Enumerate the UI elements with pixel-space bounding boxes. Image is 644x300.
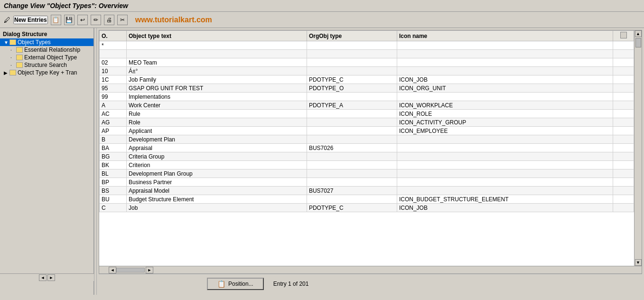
cell-icon-name: ICON_WORKPLACE bbox=[397, 101, 613, 110]
cell-b bbox=[613, 204, 634, 212]
hscroll-thumb[interactable] bbox=[116, 268, 145, 272]
table-row[interactable]: BDevelopment Plan bbox=[100, 135, 634, 144]
table-row[interactable]: CJobPDOTYPE_CICON_JOB bbox=[100, 204, 634, 212]
scroll-down-arrow[interactable]: ▼ bbox=[635, 259, 642, 266]
cell-b bbox=[613, 118, 634, 127]
col-header-icon-name: Icon name bbox=[397, 31, 613, 41]
sidebar-item-label: Essential Relationship bbox=[24, 47, 80, 53]
select-all-checkbox[interactable] bbox=[620, 32, 627, 38]
undo-button[interactable]: ↩ bbox=[77, 15, 88, 25]
cell-orgobj-type: BUS7026 bbox=[307, 144, 397, 152]
cell-o: BU bbox=[100, 195, 127, 204]
table-row[interactable]: AGRoleICON_ACTIVITY_GROUP bbox=[100, 118, 634, 127]
cell-object-type-text: Criterion bbox=[126, 161, 307, 169]
cell-orgobj-type bbox=[307, 135, 397, 144]
scroll-up-arrow[interactable]: ▲ bbox=[635, 30, 642, 37]
table-row[interactable]: BLDevelopment Plan Group bbox=[100, 169, 634, 178]
cell-icon-name bbox=[397, 178, 613, 187]
position-button[interactable]: 📋 Position... bbox=[207, 278, 264, 290]
cell-o: BK bbox=[100, 161, 127, 169]
save-button[interactable]: 💾 bbox=[64, 15, 75, 25]
sidebar-scroll-left[interactable]: ◄ bbox=[39, 274, 47, 281]
table-row[interactable]: 1CJob FamilyPDOTYPE_CICON_JOB bbox=[100, 75, 634, 84]
table-row[interactable]: 02MEO Team bbox=[100, 58, 634, 67]
table-row[interactable]: BSAppraisal ModelBUS7027 bbox=[100, 187, 634, 195]
entry-count: Entry 1 of 201 bbox=[273, 281, 309, 287]
cell-o: BL bbox=[100, 169, 127, 178]
cell-icon-name: ICON_EMPLOYEE bbox=[397, 127, 613, 135]
sidebar-scroll-right[interactable]: ► bbox=[47, 274, 55, 281]
bottom-bar: 📋 Position... Entry 1 of 201 bbox=[99, 274, 642, 293]
table-row[interactable]: 10Á±° bbox=[100, 67, 634, 75]
table-hscrollbar: ◄ ► bbox=[99, 266, 642, 273]
sidebar-item-structure-search[interactable]: · Structure Search bbox=[0, 61, 93, 69]
sidebar-item-essential-relationships[interactable]: · Essential Relationship bbox=[0, 46, 93, 54]
sidebar-item-object-type-key[interactable]: ▶ Object Type Key + Tran bbox=[0, 69, 93, 76]
cell-orgobj-type bbox=[307, 67, 397, 75]
cell-icon-name bbox=[397, 135, 613, 144]
expand-icon[interactable]: ▶ bbox=[4, 70, 9, 75]
cell-b bbox=[613, 58, 634, 67]
hscroll-right-arrow[interactable]: ► bbox=[146, 267, 153, 273]
sidebar-item-object-types[interactable]: ▼ Object Types bbox=[0, 38, 93, 46]
new-entries-button[interactable]: New Entries bbox=[13, 16, 48, 24]
cell-orgobj-type: BUS7027 bbox=[307, 187, 397, 195]
table-row[interactable]: BAAppraisalBUS7026 bbox=[100, 144, 634, 152]
cell-orgobj-type bbox=[307, 50, 397, 58]
sidebar-item-label: Object Types bbox=[18, 39, 51, 46]
toolbar: 🖊 New Entries 📋 💾 ↩ ✏ 🖨 ✂ www.tutorialka… bbox=[0, 12, 644, 28]
hscroll-left-arrow[interactable]: ◄ bbox=[109, 267, 116, 273]
sidebar-item-external-object-types[interactable]: · External Object Type bbox=[0, 54, 93, 61]
cell-object-type-text: Implementations bbox=[126, 93, 307, 101]
table-row[interactable] bbox=[100, 50, 634, 58]
cell-orgobj-type bbox=[307, 178, 397, 187]
cell-icon-name: ICON_JOB bbox=[397, 204, 613, 212]
cell-orgobj-type bbox=[307, 195, 397, 204]
cell-b bbox=[613, 135, 634, 144]
cell-b bbox=[613, 41, 634, 50]
cell-object-type-text: Rule bbox=[126, 110, 307, 118]
expand-icon[interactable]: ▼ bbox=[4, 40, 9, 45]
toolbar-url: www.tutorialkart.com bbox=[135, 16, 212, 24]
position-icon: 📋 bbox=[217, 280, 225, 288]
main-container: Dialog Structure ▼ Object Types · Essent… bbox=[0, 28, 644, 295]
expand-icon: · bbox=[10, 55, 15, 60]
cell-o: AC bbox=[100, 110, 127, 118]
scroll-thumb[interactable] bbox=[635, 38, 641, 47]
table-row[interactable]: ACRuleICON_ROLE bbox=[100, 110, 634, 118]
cell-orgobj-type bbox=[307, 169, 397, 178]
table-row[interactable]: 99Implementations bbox=[100, 93, 634, 101]
table-row[interactable]: APApplicantICON_EMPLOYEE bbox=[100, 127, 634, 135]
cell-orgobj-type: PDOTYPE_C bbox=[307, 75, 397, 84]
table-row[interactable]: BPBusiness Partner bbox=[100, 178, 634, 187]
cell-icon-name bbox=[397, 93, 613, 101]
table-row[interactable]: BUBudget Structure ElementICON_BUDGET_ST… bbox=[100, 195, 634, 204]
table-row[interactable]: 95GSAP ORG UNIT FOR TESTPDOTYPE_OICON_OR… bbox=[100, 84, 634, 93]
table-row[interactable]: AWork CenterPDOTYPE_AICON_WORKPLACE bbox=[100, 101, 634, 110]
cell-object-type-text: Appraisal bbox=[126, 144, 307, 152]
cell-object-type-text: Budget Structure Element bbox=[126, 195, 307, 204]
cell-o: B bbox=[100, 135, 127, 144]
folder-icon bbox=[9, 70, 16, 75]
page-title: Change View "Object Types": Overview bbox=[4, 2, 128, 9]
cell-b bbox=[613, 161, 634, 169]
cell-object-type-text: Á±° bbox=[126, 67, 307, 75]
cell-object-type-text bbox=[126, 50, 307, 58]
edit-button[interactable]: ✏ bbox=[91, 15, 101, 25]
cell-orgobj-type bbox=[307, 118, 397, 127]
copy-button[interactable]: 📋 bbox=[51, 15, 61, 25]
table-row[interactable]: * bbox=[100, 41, 634, 50]
table-vscroll: ▲ ▼ bbox=[634, 30, 642, 266]
cell-object-type-text bbox=[126, 41, 307, 50]
table-scroll[interactable]: O. Object type text OrgObj type Icon nam… bbox=[99, 30, 634, 266]
table-row[interactable]: BGCriteria Group bbox=[100, 152, 634, 161]
cell-icon-name bbox=[397, 58, 613, 67]
new-entries-icon: 🖊 bbox=[4, 16, 10, 24]
cell-icon-name bbox=[397, 41, 613, 50]
cell-b bbox=[613, 67, 634, 75]
cell-orgobj-type: PDOTYPE_A bbox=[307, 101, 397, 110]
delete-button[interactable]: ✂ bbox=[117, 15, 128, 25]
cell-o: AG bbox=[100, 118, 127, 127]
table-row[interactable]: BKCriterion bbox=[100, 161, 634, 169]
print-button[interactable]: 🖨 bbox=[104, 15, 114, 25]
